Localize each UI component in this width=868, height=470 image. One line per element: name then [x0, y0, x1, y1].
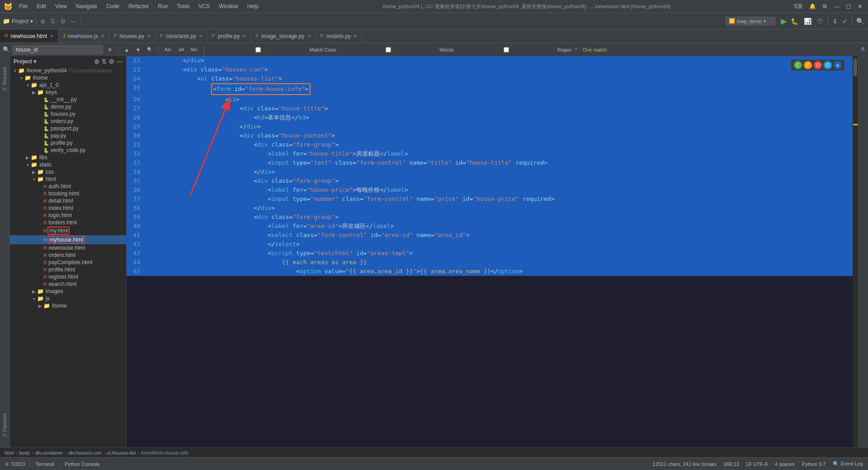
position-info[interactable]: 266:13	[722, 461, 741, 467]
sidebar-add-icon[interactable]: ⊕	[94, 58, 99, 65]
menu-navigate[interactable]: Navigate	[73, 2, 100, 10]
tree-item-static[interactable]: ▾ 📁 static	[10, 161, 126, 168]
branch-dropdown[interactable]: 🔀 map_demo ▾	[726, 17, 775, 25]
search-everywhere[interactable]: 🔍	[855, 18, 865, 25]
tree-item-ihome[interactable]: ▾ 📁 ihome	[10, 74, 126, 81]
scrollbar-thumb[interactable]	[854, 58, 857, 76]
tree-item-passport[interactable]: ▶ 🐍 passport.py	[10, 125, 126, 132]
ie-icon[interactable]: e	[834, 61, 842, 69]
tab-image-storage-py[interactable]: P image_storage.py ✕	[251, 29, 316, 43]
chrome-icon[interactable]: C	[794, 61, 802, 69]
prev-match-btn[interactable]: ▲	[123, 46, 131, 53]
menu-file[interactable]: File	[16, 2, 30, 10]
sidebar-hide-icon[interactable]: —	[116, 58, 123, 65]
tree-item-js[interactable]: ▾ 📁 js	[10, 295, 126, 302]
coverage-button[interactable]: 📊	[802, 18, 813, 25]
code-editor[interactable]: 22 </div> 23 <div class="houses-con"> 24	[127, 56, 858, 447]
tree-item-root[interactable]: ▾ 📁 ihome_python04 C:\Users\fxd\Desktop\…	[10, 67, 126, 74]
tree-item-demo[interactable]: ▶ 🐍 demo.py	[10, 103, 126, 110]
minimize-btn[interactable]: —	[832, 3, 841, 10]
hide-icon[interactable]: —	[69, 18, 78, 25]
opera-blue-icon[interactable]: O	[824, 61, 832, 69]
vcs-commit[interactable]: ✔	[841, 18, 849, 25]
tree-item-housespy[interactable]: ▶ 🐍 houses.py	[10, 110, 126, 118]
tree-item-html[interactable]: ▾ 📁 html	[10, 176, 126, 183]
profile-button[interactable]: ⏱	[815, 18, 825, 25]
bc-item-divhousescon[interactable]: div.houses-con	[68, 450, 101, 456]
editor-scrollbar[interactable]	[853, 56, 858, 447]
tab-newhouse-html[interactable]: H newhouse.html ✕	[0, 29, 58, 43]
opera-red-icon[interactable]: O	[814, 61, 822, 69]
tab-close-image-storage-py[interactable]: ✕	[307, 33, 311, 38]
tree-item-profilepy[interactable]: ▶ 🐍 profile.py	[10, 139, 126, 147]
menu-vcs[interactable]: VCS	[196, 2, 212, 10]
sidebar-sync-icon[interactable]: ⇅	[101, 58, 107, 65]
tree-item-profilehtml[interactable]: ▶ H profile.html	[10, 266, 126, 273]
tree-item-authhtml[interactable]: ▶ H auth.html	[10, 183, 126, 190]
tab-close-newhouse-js[interactable]: ✕	[101, 33, 104, 38]
ime-icon[interactable]: S英	[792, 3, 805, 10]
tree-item-registerhtml[interactable]: ▶ H register.html	[10, 273, 126, 280]
tree-item-newnousehtml[interactable]: ▶ H newnouse.html	[10, 244, 126, 252]
menu-edit[interactable]: Edit	[34, 2, 49, 10]
filter-icon[interactable]: ⚗	[860, 46, 865, 53]
debug-button[interactable]: 🐛	[789, 18, 800, 25]
tab-close-models-py[interactable]: ✕	[354, 33, 357, 38]
tree-item-detailhtml[interactable]: ▶ H detail.html	[10, 197, 126, 204]
tree-item-searchhtml[interactable]: ▶ H search.html	[10, 280, 126, 288]
tree-item-css[interactable]: ▶ 📁 css	[10, 168, 126, 176]
menu-code[interactable]: Code	[104, 2, 122, 10]
tab-profile-py[interactable]: P profile.py ✕	[208, 29, 251, 43]
tree-item-keys[interactable]: ▶ 📁 keys	[10, 89, 126, 96]
case-filter-btn[interactable]: Aa↕	[163, 46, 174, 53]
encoding-info[interactable]: LF UTF-8	[745, 461, 769, 467]
tab-houses-py[interactable]: P houses.py ✕	[109, 29, 156, 43]
match-case-label[interactable]: Match Case	[208, 47, 336, 52]
bc-item-divcontainer[interactable]: div.container	[35, 450, 63, 456]
search-clear[interactable]: ✕	[106, 46, 114, 54]
search-input[interactable]	[13, 45, 103, 54]
regex-label[interactable]: Regex	[457, 47, 572, 52]
regex-filter-btn[interactable]: Aa↑	[189, 46, 200, 53]
find-all-btn[interactable]: 🔍	[145, 46, 154, 53]
tab-models-py[interactable]: P models.py ✕	[316, 29, 362, 43]
settings-icon[interactable]: ⚙	[821, 3, 829, 9]
bc-item-html[interactable]: html	[5, 450, 14, 456]
tree-item-loginhtml[interactable]: ▶ H login.html	[10, 212, 126, 219]
close-btn[interactable]: ✕	[856, 3, 864, 10]
tree-item-api10[interactable]: ▾ 📁 api_1_0	[10, 81, 126, 89]
bc-item-ulhouseslist[interactable]: ul.houses-list	[107, 450, 136, 456]
sidebar-gear-icon[interactable]: ⚙	[108, 58, 114, 65]
menu-help[interactable]: Help	[245, 2, 261, 10]
word-filter-btn[interactable]: aA	[177, 46, 186, 53]
tab-close-houses-py[interactable]: ✕	[147, 33, 151, 38]
tab-newhouse-js[interactable]: J newhouse.js ✕	[58, 29, 109, 43]
add-icon[interactable]: ⊕	[39, 18, 47, 25]
tab-close-newhouse-html[interactable]: ✕	[50, 33, 53, 38]
python-console-item[interactable]: Python Console	[63, 461, 102, 467]
menu-refactor[interactable]: Refactor	[126, 2, 151, 10]
tree-item-myhtml[interactable]: ▶ H my.html	[10, 226, 126, 235]
tree-item-paycompletehtml[interactable]: ▶ H payComplete.html	[10, 259, 126, 266]
tree-item-verifycode[interactable]: ▶ 🐍 verify_code.py	[10, 147, 126, 154]
bc-item-body[interactable]: body	[19, 450, 30, 456]
notification-icon[interactable]: 🔔	[807, 3, 818, 9]
tree-item-pay[interactable]: ▶ 🐍 pay.py	[10, 132, 126, 139]
maximize-btn[interactable]: ☐	[844, 3, 853, 10]
regex-help[interactable]: ?	[575, 47, 577, 52]
tree-item-indexhtml[interactable]: ▶ H index.html	[10, 204, 126, 212]
terminal-item[interactable]: Terminal	[33, 461, 56, 467]
firefox-icon[interactable]: F	[804, 61, 812, 69]
sync-icon[interactable]: ⇅	[49, 18, 57, 25]
tab-constants-py[interactable]: P constants.py ✕	[156, 29, 208, 43]
indent-info[interactable]: 4 spaces	[774, 461, 796, 467]
menu-run[interactable]: Run	[155, 2, 170, 10]
run-button[interactable]: ▶	[781, 16, 787, 26]
tree-item-init[interactable]: ▶ 🐍 __init__.py	[10, 96, 126, 103]
tree-item-ordershtml[interactable]: ▶ H orders.html	[10, 252, 126, 259]
match-case-checkbox[interactable]	[208, 47, 308, 52]
gear-icon[interactable]: ⚙	[59, 18, 67, 25]
tree-item-myhousehtml[interactable]: ▶ H myhouse.html	[10, 235, 126, 244]
structure-tab[interactable]: Z: Structure	[1, 65, 8, 92]
words-checkbox[interactable]	[339, 47, 438, 52]
